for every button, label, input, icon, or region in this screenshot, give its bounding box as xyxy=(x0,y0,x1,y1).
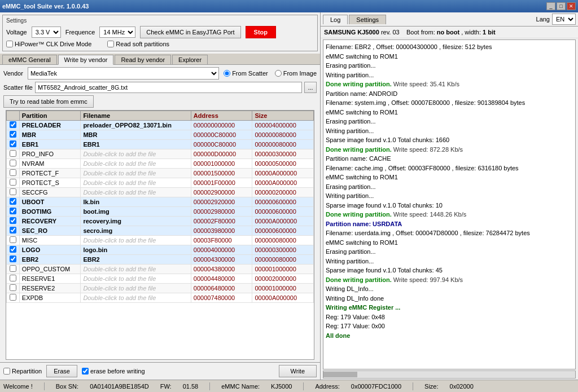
erase-button[interactable]: Erase xyxy=(46,365,77,377)
from-image-label: From Image xyxy=(283,70,317,77)
from-image-radio[interactable] xyxy=(275,70,282,77)
partition-checkbox[interactable] xyxy=(10,140,16,147)
window-controls[interactable]: _ □ ✕ xyxy=(546,2,576,10)
partition-filename: boot.img xyxy=(81,207,191,217)
partition-size: 00000A000000 xyxy=(252,293,314,303)
partition-checkbox[interactable] xyxy=(10,284,16,291)
table-row[interactable]: PROTECT_SDouble-click to add the file000… xyxy=(7,178,314,188)
table-row[interactable]: RECOVERYrecovery.img000002F8000000000A00… xyxy=(7,217,314,226)
partition-address: 000000C80000 xyxy=(191,130,252,140)
tab-explorer[interactable]: Explorer xyxy=(172,55,208,64)
table-row[interactable]: EXPDBDouble-click to add the file0000074… xyxy=(7,293,314,303)
partition-name: SEC_RO xyxy=(19,226,81,236)
partition-filename: logo.bin xyxy=(81,245,191,255)
minimize-button[interactable]: _ xyxy=(546,2,555,10)
check-emmc-button[interactable]: Check eMMC in EasyJTAG Port xyxy=(140,26,240,38)
read-soft-checkbox[interactable] xyxy=(107,41,114,47)
partition-name: LOGO xyxy=(19,245,81,255)
emmc-name-value: KJ5000 xyxy=(271,383,292,390)
partition-checkbox[interactable] xyxy=(10,208,16,214)
log-line: Partition name: ANDROID xyxy=(326,89,573,99)
erase-before-check-label[interactable]: erase before writing xyxy=(82,368,145,375)
vendor-select[interactable]: MediaTek xyxy=(28,67,219,80)
from-scatter-radio[interactable] xyxy=(224,70,230,77)
stop-button[interactable]: Stop xyxy=(246,26,276,38)
tab-log[interactable]: Log xyxy=(323,15,348,24)
log-line: Partition name: CACHE xyxy=(326,154,573,164)
frequency-select[interactable]: 14 MHz 25 MHz xyxy=(99,27,135,38)
hipower-checkbox[interactable] xyxy=(6,41,13,47)
partition-address: 00003F80000 xyxy=(191,236,252,245)
log-line: Writing DL_Info done xyxy=(326,294,573,303)
partition-size: 000000080000 xyxy=(252,236,314,245)
table-row[interactable]: PROTECT_FDouble-click to add the file000… xyxy=(7,169,314,178)
partition-checkbox[interactable] xyxy=(10,150,16,157)
tab-read-by-vendor[interactable]: Read by vendor xyxy=(115,55,171,64)
read-table-button[interactable]: Try to read table from emmc xyxy=(3,95,94,108)
partition-checkbox[interactable] xyxy=(10,227,16,234)
partition-checkbox[interactable] xyxy=(10,294,16,301)
main-container: Settings Voltage 3.3 V 1.8 V Frequence 1… xyxy=(0,12,578,380)
hipower-check-label[interactable]: HiPower™ CLK Drive Mode xyxy=(6,41,91,47)
partition-table-container[interactable]: Partition Filename Address Size PRELOADE… xyxy=(6,110,314,360)
partition-checkbox[interactable] xyxy=(10,236,16,243)
read-soft-check-label[interactable]: Read soft partitions xyxy=(107,41,169,47)
partition-checkbox[interactable] xyxy=(10,265,16,272)
partition-checkbox[interactable] xyxy=(10,198,16,205)
close-button[interactable]: ✕ xyxy=(567,2,576,10)
table-row[interactable]: SEC_ROsecro.img000003980000000000600000 xyxy=(7,226,314,236)
table-row[interactable]: BOOTIMGboot.img000002980000000000600000 xyxy=(7,207,314,217)
table-row[interactable]: LOGOlogo.bin000004000000000000300000 xyxy=(7,245,314,255)
scatter-input[interactable] xyxy=(35,82,302,93)
voltage-select[interactable]: 3.3 V 1.8 V xyxy=(32,27,61,38)
partition-checkbox[interactable] xyxy=(10,131,16,138)
partition-checkbox[interactable] xyxy=(10,188,16,195)
table-row[interactable]: RESERVE1Double-click to add the file0000… xyxy=(7,274,314,284)
log-horizontal-scrollbar[interactable] xyxy=(323,371,576,378)
partition-filename: Double-click to add the file xyxy=(81,265,191,274)
table-row[interactable]: MBRMBR000000C80000000000080000 xyxy=(7,130,314,140)
partition-name: PROTECT_S xyxy=(19,178,81,188)
repartition-checkbox[interactable] xyxy=(3,368,10,375)
log-line: Erasing partition... xyxy=(326,61,573,71)
table-row[interactable]: EBR2EBR2000004300000000000080000 xyxy=(7,255,314,265)
write-button[interactable]: Write xyxy=(279,365,317,377)
repartition-check-label[interactable]: Repartition xyxy=(3,368,42,375)
log-line: Writing partition... xyxy=(326,191,573,201)
read-table-row: Try to read table from emmc xyxy=(3,95,317,108)
partition-address: 000002920000 xyxy=(191,197,252,207)
table-row[interactable]: EBR1EBR1000000C80000000000080000 xyxy=(7,140,314,149)
partition-address: 000004300000 xyxy=(191,255,252,265)
partition-checkbox[interactable] xyxy=(10,169,16,176)
partition-name: RECOVERY xyxy=(19,217,81,226)
table-row[interactable]: UBOOTlk.bin000002920000000000600000 xyxy=(7,197,314,207)
tab-emmc-general[interactable]: eMMC General xyxy=(2,55,57,64)
table-row[interactable]: RESERVE2Double-click to add the file0000… xyxy=(7,284,314,293)
partition-name: EXPDB xyxy=(19,293,81,303)
maximize-button[interactable]: □ xyxy=(557,2,566,10)
table-row[interactable]: PRO_INFODouble-click to add the file0000… xyxy=(7,149,314,159)
table-row[interactable]: MISCDouble-click to add the file00003F80… xyxy=(7,236,314,245)
partition-checkbox[interactable] xyxy=(10,217,16,224)
table-row[interactable]: SECCFGDouble-click to add the file000002… xyxy=(7,188,314,197)
erase-before-checkbox[interactable] xyxy=(82,368,89,375)
lang-select[interactable]: EN xyxy=(552,14,576,25)
partition-checkbox[interactable] xyxy=(10,121,16,128)
from-image-radio-label[interactable]: From Image xyxy=(275,70,317,77)
from-scatter-radio-label[interactable]: From Scatter xyxy=(224,70,268,77)
table-row[interactable]: OPPO_CUSTOMDouble-click to add the file0… xyxy=(7,265,314,274)
partition-checkbox[interactable] xyxy=(10,160,16,166)
tab-write-by-vendor[interactable]: Write by vendor xyxy=(58,55,114,65)
browse-button[interactable]: ... xyxy=(304,82,317,93)
partition-checkbox[interactable] xyxy=(10,246,16,253)
tab-settings-right[interactable]: Settings xyxy=(349,15,386,24)
table-row[interactable]: NVRAMDouble-click to add the file0000010… xyxy=(7,159,314,169)
partition-address: 000004480000 xyxy=(191,274,252,284)
status-sep-4 xyxy=(413,382,413,390)
vendor-label: Vendor xyxy=(3,70,23,77)
col-header-partition: Partition xyxy=(19,111,81,121)
partition-checkbox[interactable] xyxy=(10,256,16,262)
table-row[interactable]: PRELOADERpreloader_OPPO82_13071.bin00000… xyxy=(7,121,314,130)
partition-checkbox[interactable] xyxy=(10,275,16,281)
partition-checkbox[interactable] xyxy=(10,179,16,186)
